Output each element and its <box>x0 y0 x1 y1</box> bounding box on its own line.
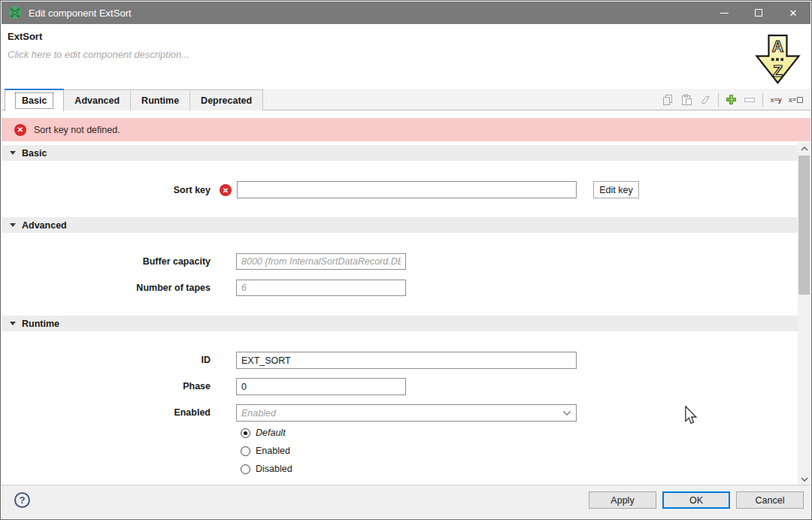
error-message: Sort key not defined. <box>34 125 120 135</box>
enabled-option-default[interactable]: Default <box>241 427 286 439</box>
simple-value-icon[interactable]: x=y <box>770 96 781 104</box>
section-header-basic[interactable]: Basic <box>2 145 798 161</box>
svg-text:Z: Z <box>773 62 783 80</box>
dialog-footer: ? Apply OK Cancel <box>2 485 810 518</box>
radio-icon <box>241 464 250 474</box>
radio-selected-icon <box>241 428 250 438</box>
remove-icon[interactable] <box>744 96 756 104</box>
property-toolbar: x=y x= <box>662 89 803 110</box>
svg-text:A: A <box>772 38 783 56</box>
sort-key-error-icon: ✕ <box>220 184 232 196</box>
minimize-icon <box>720 13 729 14</box>
toolbar-separator <box>762 93 763 107</box>
tab-basic[interactable]: Basic <box>5 89 64 111</box>
chevron-down-icon <box>562 408 571 419</box>
collapse-arrow-icon <box>10 151 16 155</box>
add-icon[interactable] <box>726 94 737 105</box>
phase-label: Phase <box>2 381 211 392</box>
scroll-down-icon[interactable] <box>798 473 810 485</box>
validation-error-banner: ✕ Sort key not defined. <box>2 118 810 141</box>
enabled-combo-value: Enabled <box>241 408 276 419</box>
number-of-tapes-label: Number of tapes <box>2 283 211 293</box>
collapse-arrow-icon <box>10 322 16 325</box>
copy-icon[interactable] <box>662 94 674 106</box>
number-of-tapes-input[interactable] <box>236 280 406 296</box>
paste-icon[interactable] <box>680 94 692 106</box>
advanced-value-icon[interactable]: x= <box>789 96 803 104</box>
eraser-icon[interactable] <box>699 94 711 106</box>
window-title: Edit component ExtSort <box>29 8 132 19</box>
tab-bar: Basic Advanced Runtime Deprecated x=y <box>2 89 810 110</box>
error-icon: ✕ <box>14 124 26 136</box>
close-icon: ✕ <box>789 8 798 18</box>
title-bar[interactable]: Edit component ExtSort ✕ <box>2 2 810 24</box>
sort-key-input[interactable] <box>237 181 577 198</box>
close-button[interactable]: ✕ <box>776 2 810 24</box>
maximize-icon <box>755 9 762 17</box>
enabled-option-enabled[interactable]: Enabled <box>241 445 290 457</box>
apply-button[interactable]: Apply <box>589 491 656 509</box>
mouse-cursor <box>684 406 698 428</box>
enabled-option-disabled[interactable]: Disabled <box>241 463 292 475</box>
enabled-label: Enabled <box>2 407 211 418</box>
section-header-runtime[interactable]: Runtime <box>2 316 798 331</box>
id-input[interactable] <box>236 352 577 369</box>
edit-key-button[interactable]: Edit key <box>593 181 639 198</box>
tab-deprecated[interactable]: Deprecated <box>190 89 263 110</box>
edit-component-dialog: Edit component ExtSort ✕ ExtSort Click h… <box>0 0 812 520</box>
toolbar-separator <box>718 93 719 107</box>
buffer-capacity-label: Buffer capacity <box>2 256 211 267</box>
enabled-combobox[interactable]: Enabled <box>236 404 577 422</box>
ok-button[interactable]: OK <box>662 491 730 509</box>
component-name: ExtSort <box>8 31 42 42</box>
id-label: ID <box>2 355 211 365</box>
extsort-component-icon: A Z <box>753 33 801 89</box>
section-header-advanced[interactable]: Advanced <box>2 217 798 233</box>
cancel-button[interactable]: Cancel <box>736 491 804 509</box>
dialog-header: ExtSort Click here to edit component des… <box>2 24 810 89</box>
component-description-placeholder[interactable]: Click here to edit component description… <box>8 49 189 60</box>
help-icon[interactable]: ? <box>14 492 30 508</box>
minimize-button[interactable] <box>707 2 741 24</box>
vertical-scrollbar[interactable] <box>798 142 810 485</box>
radio-icon <box>241 446 250 456</box>
maximize-button[interactable] <box>741 2 776 24</box>
phase-input[interactable] <box>236 378 406 395</box>
tab-runtime[interactable]: Runtime <box>131 89 190 110</box>
buffer-capacity-input[interactable] <box>236 253 406 270</box>
property-form: Basic Sort key ✕ Edit key Advanced Buffe… <box>2 141 810 485</box>
scrollbar-thumb[interactable] <box>798 156 810 295</box>
scroll-up-icon[interactable] <box>798 142 810 155</box>
sort-key-label: Sort key <box>2 185 211 195</box>
collapse-arrow-icon <box>10 223 16 227</box>
cloverdx-logo-icon <box>8 6 22 20</box>
tab-advanced[interactable]: Advanced <box>64 89 131 110</box>
